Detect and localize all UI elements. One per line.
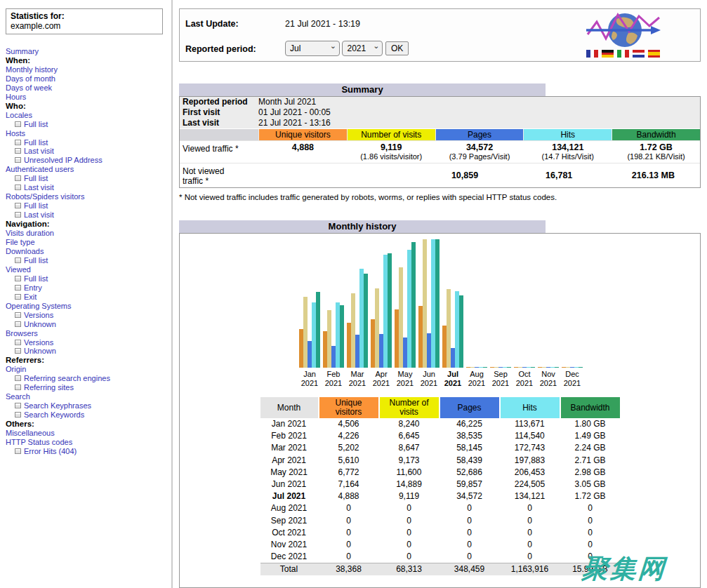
bar-group-oct-2021 bbox=[513, 239, 536, 368]
nav-link[interactable]: Referring sites bbox=[24, 383, 74, 392]
nav-link[interactable]: Unknown bbox=[24, 347, 56, 355]
nav-link[interactable]: Authenticated users bbox=[6, 165, 74, 173]
nav-link[interactable]: Browsers bbox=[6, 329, 38, 338]
month-select[interactable]: Jul bbox=[285, 41, 340, 56]
table-cell: 0 bbox=[380, 502, 439, 514]
monthly-table-header: MonthUnique visitorsNumber of visitsPage… bbox=[260, 397, 620, 418]
summary-title: Summary bbox=[179, 83, 546, 96]
table-cell: 0 bbox=[440, 527, 499, 539]
nav-link[interactable]: Locales bbox=[6, 111, 32, 119]
nav-link[interactable]: Hosts bbox=[6, 129, 25, 138]
year-select[interactable]: 2021 bbox=[342, 41, 383, 56]
bar-group-jun-2021 bbox=[417, 239, 441, 368]
table-cell: 4,226 bbox=[319, 430, 378, 442]
nav-link[interactable]: Full list bbox=[24, 138, 48, 147]
nav-link[interactable]: Full list bbox=[24, 274, 48, 283]
nav-link[interactable]: HTTP Status codes bbox=[6, 438, 72, 446]
month-label: Oct2021 bbox=[513, 370, 536, 387]
flag-spain-icon[interactable] bbox=[648, 50, 660, 58]
table-cell: 8,647 bbox=[380, 442, 439, 454]
metric-header-hits: Hits bbox=[524, 129, 612, 140]
nav-link[interactable]: Error Hits (404) bbox=[24, 447, 77, 455]
nav-link[interactable]: Entry bbox=[24, 283, 42, 292]
nav-link[interactable]: Visits duration bbox=[6, 229, 54, 237]
table-cell: 5,610 bbox=[319, 455, 378, 467]
sidebar-item-search: Search bbox=[6, 392, 167, 401]
nav-link[interactable]: Versions bbox=[24, 338, 53, 347]
month-label: Jan2021 bbox=[298, 370, 322, 387]
nav-link[interactable]: Full list bbox=[24, 120, 48, 128]
table-cell: 14,889 bbox=[380, 479, 439, 490]
nav-link[interactable]: Full list bbox=[24, 256, 48, 265]
table-cell: 224,505 bbox=[501, 479, 560, 490]
list-bullet-icon bbox=[15, 403, 21, 408]
info-label: Last visit bbox=[180, 118, 258, 128]
bar-bandwidth-gb- bbox=[388, 253, 392, 368]
nav-link[interactable]: Hours bbox=[6, 93, 26, 101]
nav-link[interactable]: Robots/Spiders visitors bbox=[6, 192, 85, 201]
table-cell: 6,645 bbox=[380, 430, 439, 442]
not-viewed-traffic-label: Not viewed traffic * bbox=[180, 163, 229, 187]
month-label: Jul2021 bbox=[441, 370, 465, 387]
nav-link[interactable]: Exit bbox=[24, 293, 37, 301]
flag-italy-icon[interactable] bbox=[617, 50, 629, 58]
nav-link[interactable]: Summary bbox=[6, 47, 39, 55]
nav-link[interactable]: Search Keyphrases bbox=[24, 401, 91, 410]
bar-bandwidth-gb- bbox=[483, 367, 487, 368]
table-cell: 34,572 bbox=[440, 490, 499, 502]
flag-germany-icon[interactable] bbox=[602, 50, 614, 58]
flag-france-icon[interactable] bbox=[586, 50, 598, 58]
nav-link[interactable]: Last visit bbox=[24, 211, 54, 219]
sidebar-item-days-of-month: Days of month bbox=[6, 74, 167, 83]
nav-link[interactable]: File type bbox=[6, 238, 35, 246]
nav-link[interactable]: Referring search engines bbox=[24, 374, 110, 382]
sidebar-item-unknown: Unknown bbox=[6, 347, 167, 356]
nav-link[interactable]: Versions bbox=[24, 311, 53, 319]
list-bullet-icon bbox=[15, 212, 21, 218]
table-cell: 0 bbox=[561, 515, 620, 527]
nav-link[interactable]: Viewed bbox=[6, 265, 31, 274]
list-bullet-icon bbox=[15, 185, 21, 190]
month-label: Aug2021 bbox=[465, 370, 489, 387]
nav-link[interactable]: Unresolved IP Address bbox=[24, 156, 103, 164]
list-bullet-icon bbox=[15, 312, 21, 318]
nav-link[interactable]: Origin bbox=[6, 365, 26, 373]
nav-link[interactable]: Days of month bbox=[6, 74, 55, 83]
table-cell: 1.72 GB bbox=[561, 490, 620, 502]
nav-link[interactable]: Full list bbox=[24, 201, 48, 210]
nav-link[interactable]: Full list bbox=[24, 174, 48, 182]
bar-bandwidth-gb- bbox=[316, 292, 320, 368]
sidebar-item-robots-spiders-visitors: Robots/Spiders visitors bbox=[6, 192, 167, 201]
nav-link[interactable]: Search Keywords bbox=[24, 410, 84, 419]
sidebar-item-browsers: Browsers bbox=[6, 329, 167, 338]
monthly-history-box: Jan2021Feb2021Mar2021Apr2021May2021Jun20… bbox=[179, 233, 701, 588]
metric-header-bandwidth: Bandwidth bbox=[612, 129, 700, 140]
nav-link[interactable]: Operating Systems bbox=[6, 302, 72, 310]
table-row: Feb 20214,2266,64538,535114,5401.49 GB bbox=[260, 430, 620, 442]
table-cell: 0 bbox=[501, 539, 560, 551]
nav-link[interactable]: Downloads bbox=[6, 247, 44, 255]
nav-link[interactable]: Miscellaneous bbox=[6, 429, 55, 437]
month-label: Apr2021 bbox=[369, 370, 393, 387]
table-cell: Sep 2021 bbox=[260, 515, 318, 527]
table-cell: Jun 2021 bbox=[260, 479, 318, 490]
bar-group-sep-2021 bbox=[489, 239, 513, 368]
nav-link[interactable]: Last visit bbox=[24, 183, 54, 192]
summary-corner-cell bbox=[180, 129, 258, 140]
monthly-history-title: Monthly history bbox=[179, 220, 546, 233]
nav-link[interactable]: Unknown bbox=[24, 320, 56, 328]
flag-netherlands-icon[interactable] bbox=[633, 50, 645, 58]
sidebar-item-file-type: File type bbox=[6, 238, 167, 247]
sidebar-item-last-visit: Last visit bbox=[6, 147, 167, 156]
table-cell: 0 bbox=[380, 527, 439, 539]
table-cell: 9,173 bbox=[380, 455, 439, 467]
ok-button[interactable]: OK bbox=[385, 41, 409, 55]
not-viewed-value-cell bbox=[230, 163, 323, 187]
nav-link[interactable]: Search bbox=[6, 392, 30, 401]
month-label: Sep2021 bbox=[489, 370, 513, 387]
not-viewed-traffic-row: Not viewed traffic * 10,85916,781216.13 … bbox=[180, 163, 700, 187]
nav-link[interactable]: Monthly history bbox=[6, 65, 58, 74]
nav-link[interactable]: Last visit bbox=[24, 147, 54, 155]
nav-link[interactable]: Days of week bbox=[6, 83, 52, 92]
list-bullet-icon bbox=[15, 321, 21, 327]
